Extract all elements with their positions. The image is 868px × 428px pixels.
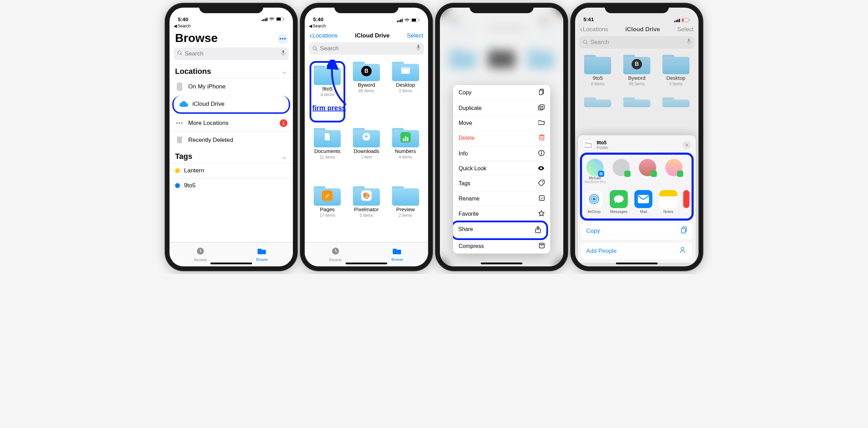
search-icon <box>177 50 183 57</box>
download-icon <box>362 132 371 143</box>
document-icon <box>324 132 331 142</box>
svg-point-59 <box>681 247 684 250</box>
select-button[interactable]: Select <box>407 32 423 39</box>
airdrop-contacts-row: Michael MacBook Pro <box>583 156 690 187</box>
folder-pages[interactable]: Pages 17 items <box>310 186 345 239</box>
menu-favorite[interactable]: Favorite <box>453 206 550 222</box>
folder-desktop[interactable]: Desktop 3 items <box>388 61 423 122</box>
svg-point-39 <box>542 181 543 182</box>
search-input[interactable] <box>185 50 279 57</box>
folder-downloads[interactable]: Downloads 1 item <box>349 127 384 181</box>
pencil-icon <box>539 195 545 202</box>
window-icon <box>401 67 410 75</box>
more-icon <box>683 190 689 208</box>
location-more[interactable]: ••• More Locations 1 <box>170 114 293 131</box>
page-title: Browse <box>174 30 223 48</box>
menu-move[interactable]: Move <box>453 116 550 130</box>
svg-rect-32 <box>539 90 543 95</box>
avatar <box>639 159 656 176</box>
svg-rect-17 <box>412 19 416 22</box>
tag-lantern[interactable]: Lantern <box>170 163 293 178</box>
status-indicators <box>262 16 285 22</box>
menu-info[interactable]: Info <box>453 146 550 162</box>
folder-pixelmator[interactable]: 🎨 Pixelmator 0 items <box>349 186 384 239</box>
menu-copy[interactable]: Copy <box>453 85 550 101</box>
pages-app-icon <box>322 190 332 201</box>
annotation-arrow-icon <box>327 60 351 108</box>
svg-rect-15 <box>402 19 403 22</box>
mic-icon[interactable] <box>281 50 285 58</box>
clock-icon <box>196 247 205 257</box>
mail-icon <box>634 190 652 208</box>
home-indicator[interactable] <box>481 263 522 264</box>
star-icon <box>538 210 545 218</box>
home-indicator[interactable] <box>616 263 658 264</box>
tag-dot-icon <box>175 183 180 188</box>
chevron-left-icon: ◀ <box>174 24 177 28</box>
search-bar[interactable] <box>309 42 424 55</box>
folder-numbers[interactable]: Numbers 4 items <box>388 127 423 181</box>
trash-icon <box>175 136 184 145</box>
folder-preview[interactable]: Preview 2 items <box>388 186 423 239</box>
search-bar[interactable] <box>174 48 289 60</box>
app-notes[interactable]: Notes <box>658 190 678 214</box>
menu-rename[interactable]: Rename <box>453 191 550 206</box>
app-more[interactable] <box>683 190 690 214</box>
tag-9to5[interactable]: 9to5 <box>170 178 293 193</box>
status-time: 5:40 <box>313 16 323 22</box>
cloud-icon <box>179 100 188 109</box>
share-item-name: 9to5 <box>597 140 608 145</box>
back-to-search[interactable]: ◀Search <box>305 23 428 29</box>
location-on-my-iphone[interactable]: On My iPhone <box>170 78 293 95</box>
close-button[interactable]: ✕ <box>683 141 691 149</box>
contact-2[interactable] <box>610 159 632 184</box>
location-icloud-drive[interactable]: iCloud Drive <box>172 96 290 114</box>
tags-header[interactable]: Tags ⌄ <box>170 148 293 163</box>
folder-icon <box>583 139 594 151</box>
app-airdrop[interactable]: AirDrop <box>584 190 604 214</box>
menu-compress[interactable]: Compress <box>453 239 550 254</box>
numbers-app-icon <box>400 132 411 143</box>
svg-rect-10 <box>176 137 183 138</box>
phone-1: 5:40 ◀ Search Browse ••• <box>165 3 297 271</box>
mic-icon[interactable] <box>416 45 420 52</box>
menu-duplicate[interactable]: Duplicate <box>453 101 550 116</box>
avatar <box>665 159 683 176</box>
menu-tags[interactable]: Tags <box>453 176 550 191</box>
share-sheet-header: 9to5 Folder ✕ <box>581 139 692 154</box>
share-targets-highlighted: Michael MacBook Pro <box>580 153 694 221</box>
menu-delete[interactable]: Delete <box>453 130 550 146</box>
svg-rect-6 <box>284 18 285 20</box>
iphone-icon <box>175 82 184 91</box>
menu-quicklook[interactable]: Quick Look <box>453 162 550 176</box>
menu-share[interactable]: Share <box>453 221 548 240</box>
action-copy[interactable]: Copy <box>581 222 692 240</box>
home-indicator[interactable] <box>346 263 387 264</box>
app-messages[interactable]: Messages <box>609 190 628 214</box>
contact-michael[interactable]: Michael MacBook Pro <box>584 159 606 184</box>
locations-header[interactable]: Locations ⌄ <box>170 63 293 78</box>
messages-icon <box>610 190 628 208</box>
folder-grid: 9to5 8 items B Byword 85 items Desktop 3… <box>305 58 428 242</box>
more-button[interactable]: ••• <box>278 34 288 44</box>
messages-badge-icon <box>677 171 683 177</box>
duplicate-icon <box>538 104 545 112</box>
home-indicator[interactable] <box>210 263 252 264</box>
tag-icon <box>538 180 545 187</box>
search-input[interactable] <box>320 45 414 52</box>
nav-back[interactable]: ‹ Locations <box>310 31 338 40</box>
svg-rect-35 <box>540 136 544 140</box>
svg-rect-1 <box>263 19 264 21</box>
back-to-search[interactable]: ◀ Search <box>170 23 293 29</box>
contact-3[interactable] <box>637 159 658 184</box>
folder-byword[interactable]: B Byword 85 items <box>349 61 384 122</box>
battery-icon <box>276 16 285 22</box>
context-menu: Copy Duplicate Move Delete Info Quick Lo… <box>453 85 550 254</box>
folder-documents[interactable]: Documents 11 items <box>310 127 345 181</box>
app-mail[interactable]: Mail <box>634 190 653 214</box>
share-icon <box>535 226 541 234</box>
copy-icon <box>681 226 687 235</box>
location-recently-deleted[interactable]: Recently Deleted <box>170 131 293 148</box>
contact-4[interactable] <box>663 159 685 184</box>
action-add-people[interactable]: Add People <box>581 242 692 259</box>
